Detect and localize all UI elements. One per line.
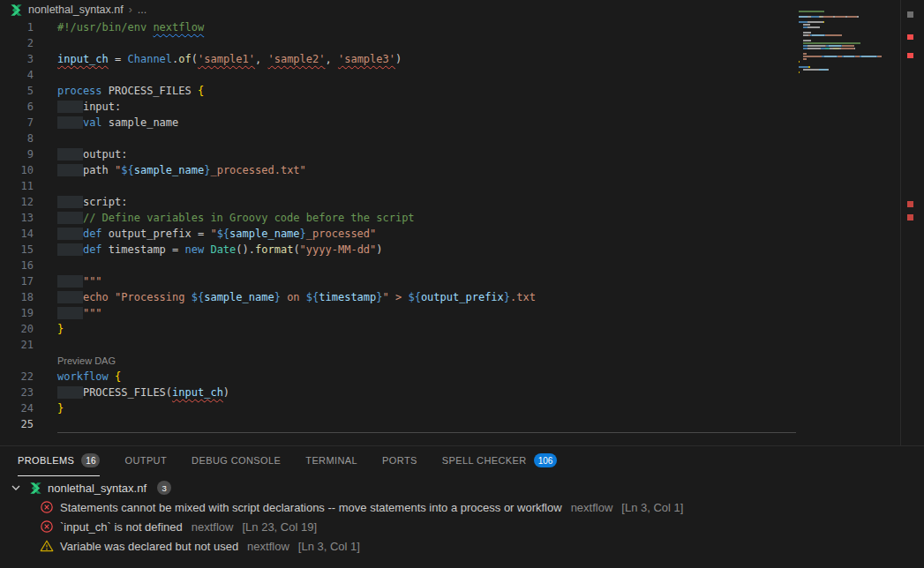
code-token: def <box>83 228 109 240</box>
code-line[interactable]: 9 output: <box>0 146 924 162</box>
minimap-segment <box>824 56 837 57</box>
code-line-text: echo "Processing ${sample_name} on ${tim… <box>34 289 536 305</box>
minimap-segment <box>803 40 811 41</box>
code-line[interactable]: 16 <box>0 258 924 273</box>
problem-row-warning[interactable]: Variable was declared but not usednextfl… <box>0 536 924 556</box>
code-line[interactable]: 13 // Define variables in Groovy code be… <box>0 210 924 226</box>
code-line[interactable]: 10 path "${sample_name}_processed.txt" <box>0 162 924 178</box>
breadcrumb[interactable]: nonlethal_syntax.nf › ... <box>0 0 924 19</box>
minimap-line <box>799 19 898 20</box>
code-token: PROCESS_FILES <box>83 386 166 399</box>
line-number: 19 <box>0 305 34 321</box>
codelens-preview-dag[interactable]: Preview DAG <box>0 353 924 369</box>
code-token: input: <box>83 101 121 113</box>
minimap-line <box>799 21 898 23</box>
code-token: ${ <box>121 164 133 176</box>
minimap-segment <box>799 11 815 12</box>
code-line[interactable]: 1#!/usr/bin/env nextflow <box>0 19 924 35</box>
code-line-text <box>34 131 57 146</box>
code-token: ) <box>395 53 402 65</box>
minimap-segment <box>847 16 857 18</box>
code-token: , <box>326 53 338 65</box>
code-line-text: input: <box>34 99 121 115</box>
minimap-segment <box>799 21 808 23</box>
indent-guide <box>57 212 83 224</box>
minimap-line <box>799 66 898 68</box>
panel-tab-spell-checker[interactable]: SPELL CHECKER106 <box>442 446 558 476</box>
minimap-segment <box>854 48 855 49</box>
panel-tab-output[interactable]: OUTPUT <box>124 446 167 476</box>
code-token: 'sample2' <box>267 53 325 65</box>
code-token: input_ch <box>57 53 109 65</box>
minimap-segment <box>857 16 858 18</box>
minimap-line <box>799 61 898 63</box>
code-line[interactable]: 18 echo "Processing ${sample_name} on ${… <box>0 289 924 305</box>
code-token: echo "Processing <box>83 291 192 303</box>
panel-tab-problems[interactable]: PROBLEMS16 <box>18 446 100 476</box>
code-line[interactable]: 22workflow { <box>0 369 924 385</box>
problems-file-group[interactable]: nonlethal_syntax.nf 3 <box>0 478 924 497</box>
code-token: // Define variables in Groovy code befor… <box>83 212 415 224</box>
minimap-segment <box>812 34 824 36</box>
line-number: 3 <box>0 51 34 67</box>
code-token: sample_name <box>109 116 178 129</box>
code-line[interactable]: 17 """ <box>0 273 924 289</box>
minimap-line <box>799 69 898 71</box>
indent-guide <box>57 148 83 161</box>
code-line[interactable]: 20} <box>0 321 924 337</box>
line-number: 11 <box>0 178 34 194</box>
minimap-segment <box>799 71 800 73</box>
code-line[interactable]: 23 PROCESS_FILES(input_ch) <box>0 385 924 400</box>
breadcrumb-file[interactable]: nonlethal_syntax.nf <box>28 4 124 16</box>
code-line-text: """ <box>34 305 102 321</box>
code-token: output: <box>83 148 128 161</box>
code-line[interactable]: 19 """ <box>0 305 924 321</box>
breadcrumb-more[interactable]: ... <box>138 4 146 16</box>
code-token: ( <box>293 243 299 256</box>
panel-tab-ports[interactable]: PORTS <box>382 446 417 476</box>
code-line[interactable]: 7 val sample_name <box>0 115 924 131</box>
code-line[interactable]: 6 input: <box>0 99 924 115</box>
line-number: 10 <box>0 162 34 178</box>
code-area[interactable]: 1#!/usr/bin/env nextflow23input_ch = Cha… <box>0 19 924 432</box>
minimap-line <box>799 50 898 52</box>
panel-tab-terminal[interactable]: TERMINAL <box>305 446 357 476</box>
code-line[interactable]: 4 <box>0 67 924 83</box>
minimap-segment <box>835 16 845 18</box>
tab-count-badge: 16 <box>81 453 100 467</box>
minimap-line <box>799 45 898 47</box>
minimap-segment <box>819 69 828 71</box>
minimap-segment <box>861 56 875 57</box>
problem-row-error[interactable]: `input_ch` is not definednextflow[Ln 23,… <box>0 517 924 536</box>
minimap-line <box>799 40 898 41</box>
problem-message: Variable was declared but not used <box>60 540 238 553</box>
code-line[interactable]: 5process PROCESS_FILES { <box>0 83 924 99</box>
code-line[interactable]: 14 def output_prefix = "${sample_name}_p… <box>0 226 924 242</box>
code-line[interactable]: 15 def timestamp = new Date().format("yy… <box>0 242 924 258</box>
minimap[interactable] <box>799 11 898 77</box>
code-line[interactable]: 25 <box>0 416 924 432</box>
code-line[interactable]: 2 <box>0 35 924 51</box>
code-line-text: #!/usr/bin/env nextflow <box>34 19 204 35</box>
code-token: _processed" <box>306 228 376 240</box>
code-line[interactable]: 12 script: <box>0 194 924 210</box>
panel-tab-debug-console[interactable]: DEBUG CONSOLE <box>192 446 281 476</box>
indent-guide <box>57 291 83 303</box>
code-line[interactable]: 3input_ch = Channel.of('sample1', 'sampl… <box>0 51 924 67</box>
code-line[interactable]: 24} <box>0 400 924 416</box>
problem-row-error[interactable]: Statements cannot be mixed with script d… <box>0 497 924 517</box>
code-line-text: workflow { <box>34 369 121 385</box>
minimap-line <box>799 26 898 28</box>
vscode-window: nonlethal_syntax.nf › ... 1#!/usr/bin/en… <box>0 0 924 568</box>
code-line[interactable]: 11 <box>0 178 924 194</box>
minimap-segment <box>815 11 824 12</box>
code-token: def <box>83 243 109 256</box>
code-line[interactable]: 8 <box>0 131 924 146</box>
minimap-segment <box>803 24 810 26</box>
panel-tab-label: SPELL CHECKER <box>442 455 527 466</box>
minimap-line <box>799 29 898 31</box>
code-line[interactable]: 21 <box>0 337 924 353</box>
code-line-text <box>34 35 57 51</box>
minimap-segment <box>841 48 854 49</box>
chevron-down-icon[interactable] <box>9 481 23 495</box>
